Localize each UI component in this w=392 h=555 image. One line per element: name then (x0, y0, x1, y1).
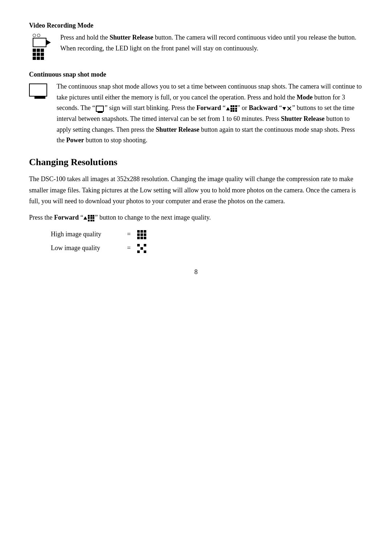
lg3 (144, 244, 146, 246)
lg1 (137, 244, 140, 246)
low-quality-grid-icon (137, 244, 146, 253)
page-number: 8 (29, 268, 363, 276)
camera-lens-triangle (46, 40, 51, 45)
grid-c3 (41, 49, 44, 52)
high-quality-label: High image quality (51, 228, 123, 240)
lg4 (137, 247, 140, 250)
video-camera-icon (33, 34, 51, 60)
low-quality-icon (136, 242, 147, 254)
lg2 (140, 244, 143, 246)
camera-circles (33, 34, 40, 37)
camera-body-row (33, 38, 51, 47)
triangle-up-icon-2 (83, 216, 87, 220)
camera-top (33, 34, 42, 37)
forward-icon-2 (83, 215, 94, 221)
high-quality-row: High image quality = (51, 228, 363, 240)
cont-text-6: “ (278, 104, 282, 111)
low-quality-row: Low image quality = (51, 242, 363, 254)
cont-text-4: “ (221, 104, 226, 111)
g6 (144, 233, 146, 236)
video-section-content: Press and hold the Shutter Release butto… (29, 32, 363, 60)
camera-body-rect (33, 38, 46, 47)
g3 (144, 230, 146, 233)
high-quality-grid-icon (137, 230, 146, 239)
changing-resolutions-title: Changing Resolutions (29, 157, 363, 168)
continuous-section-content: The continuous snap shot mode allows you… (29, 81, 363, 146)
continuous-body-text: The continuous snap shot mode allows you… (57, 81, 363, 146)
backward-icon-inline (282, 106, 292, 111)
g2 (140, 230, 143, 233)
grid-c6 (41, 53, 44, 56)
forward-fwd-icon-wrapper: “” (79, 214, 98, 221)
snap-stand-icon (34, 97, 45, 99)
quality-table: High image quality = Low image quality = (51, 228, 363, 254)
grid-c9 (41, 57, 44, 60)
camera-circle-2 (37, 34, 40, 37)
video-icon-area (29, 32, 54, 60)
g5 (140, 233, 143, 236)
continuous-section: Continuous snap shot mode The continuous… (29, 71, 363, 146)
g1 (137, 230, 140, 233)
lg8 (140, 250, 143, 253)
grid-c4 (33, 53, 36, 56)
changing-resolutions-section: Changing Resolutions The DSC-100 takes a… (29, 157, 363, 254)
cont-shutter-bold1: Shutter Release (281, 115, 324, 122)
continuous-section-title: Continuous snap shot mode (29, 71, 363, 78)
cont-shutter-bold2: Shutter Release (156, 126, 199, 133)
cont-forward-bold: Forward (196, 104, 221, 111)
triangle-down-icon (282, 107, 286, 110)
video-body-text: Press and hold the Shutter Release butto… (60, 32, 363, 54)
snap-icon-area (29, 81, 51, 99)
lg7 (137, 250, 140, 253)
forward-quality-line: Press the Forward “” button to change to… (29, 212, 363, 223)
grid-c2 (37, 49, 40, 52)
changing-resolutions-paragraph: The DSC-100 takes all images at 352x288 … (29, 174, 363, 207)
grid-c5 (37, 53, 40, 56)
cont-power-bold: Power (66, 136, 84, 144)
cont-backward-bold: Backward (249, 104, 278, 111)
g8 (140, 237, 143, 239)
inline-snap-icon (96, 106, 104, 112)
grid-c1 (33, 49, 36, 52)
forward-line-end: button to change to the next image quali… (98, 214, 211, 221)
cont-text-5: ” or (237, 104, 249, 111)
lg5 (140, 247, 143, 250)
high-quality-icon (136, 228, 147, 240)
g4 (137, 233, 140, 236)
camera-circle-1 (33, 34, 36, 37)
x-icon (287, 106, 292, 111)
camera-grid-icon (33, 49, 44, 60)
cont-text-10: button to stop shooting. (84, 136, 147, 144)
fwd-grid-icon (230, 105, 237, 112)
video-text-before-bold: Press and hold the (60, 34, 110, 41)
high-equals: = (123, 228, 134, 240)
lg6 (144, 247, 146, 250)
g7 (137, 237, 140, 239)
forward-icon-inline (226, 105, 237, 112)
low-quality-label: Low image quality (51, 242, 123, 254)
cont-mode-bold: Mode (297, 94, 313, 101)
forward-bold-text: Forward (54, 214, 79, 221)
triangle-up-icon (226, 107, 230, 110)
grid-c7 (33, 57, 36, 60)
fwd-grid-icon-2 (88, 215, 94, 221)
video-section-title: Video Recording Mode (29, 22, 363, 29)
video-shutter-bold: Shutter Release (110, 34, 153, 41)
cont-text-3: ” sign will start blinking. Press the (105, 104, 196, 111)
forward-line-start: Press the (29, 214, 54, 221)
video-recording-section: Video Recording Mode (29, 22, 363, 60)
lg9 (144, 250, 146, 253)
snap-rect-icon (29, 83, 47, 97)
grid-c8 (37, 57, 40, 60)
low-equals: = (123, 242, 134, 254)
g9 (144, 237, 146, 239)
